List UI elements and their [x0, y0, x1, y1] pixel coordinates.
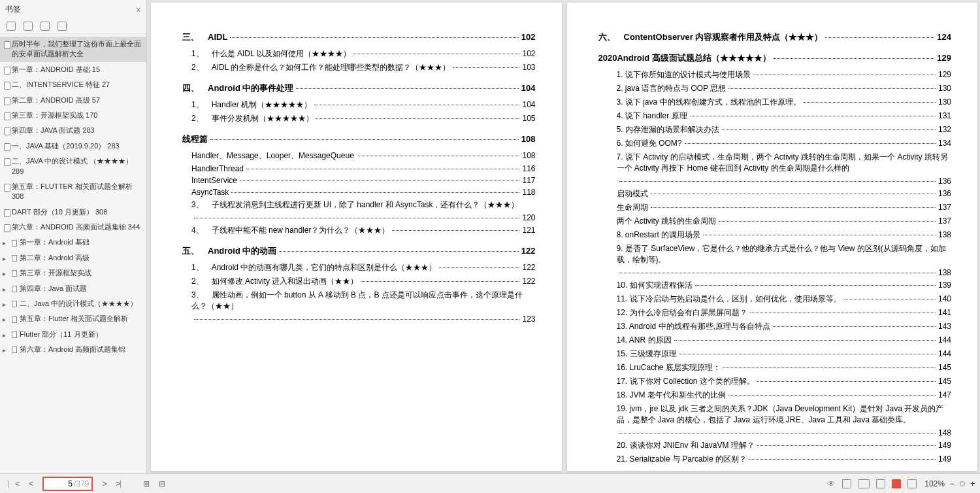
close-icon[interactable]: ×: [136, 5, 141, 15]
toc-entry[interactable]: 4. 说下 handler 原理131: [617, 110, 952, 122]
page-right: 六、 ContentObserver 内容观察者作用及特点（★★★）124202…: [567, 3, 978, 471]
toc-entry[interactable]: 14. ANR 的原因144: [617, 335, 952, 346]
toc-entry[interactable]: 四、 Android 中的事件处理104: [182, 82, 536, 94]
bookmark-list: 历时半年，我们整理了这份市面上最全面的安卓面试题解析大全第一章：ANDROID …: [0, 34, 146, 360]
record-icon[interactable]: [892, 479, 901, 488]
toc-entry[interactable]: 2、 AIDL 的全称是什么？如何工作？能处理哪些类型的数据？（★★★）103: [191, 62, 536, 73]
toc-entry[interactable]: 启动模式136: [617, 188, 952, 199]
document-view: 三、 AIDL1021、 什么是 AIDL 以及如何使用（★★★★）1022、 …: [148, 0, 980, 473]
eye-icon[interactable]: [826, 479, 836, 488]
expand-icon[interactable]: [7, 22, 16, 31]
toc-entry[interactable]: 4、 子线程中能不能 new handler？为什么？（★★★）121: [191, 225, 536, 236]
bookmark-item[interactable]: ▸第二章：Android 高级: [0, 250, 146, 265]
toc-entry[interactable]: 17. 说下你对 Collection 这个类的理解。145: [617, 376, 952, 387]
toc-entry[interactable]: 18. JVM 老年代和新生代的比例147: [617, 390, 952, 401]
zoom-in-button[interactable]: +: [970, 479, 975, 488]
bookmark-item[interactable]: ▸第一章：Android 基础: [0, 235, 146, 250]
toc-entry[interactable]: 2. java 语言的特点与 OOP 思想130: [617, 83, 952, 94]
chevron-right-icon[interactable]: ▸: [3, 254, 6, 264]
toc-entry[interactable]: 2、 如何修改 Activity 进入和退出动画（★★）122: [191, 276, 536, 287]
chevron-right-icon[interactable]: ▸: [3, 285, 6, 294]
bookmark-item[interactable]: 二、INTENTSERVICE 特征 27: [0, 77, 146, 92]
chevron-right-icon[interactable]: ▸: [3, 346, 6, 355]
fit-width-icon[interactable]: ⊟: [156, 479, 168, 488]
toc-entry[interactable]: 3、 属性动画，例如一个 button 从 A 移动到 B 点，B 点还是可以响…: [191, 290, 536, 312]
toc-entry[interactable]: 6. 如何避免 OOM?134: [617, 138, 952, 149]
bookmark-item[interactable]: 历时半年，我们整理了这份市面上最全面的安卓面试题解析大全: [0, 37, 146, 62]
two-page-icon[interactable]: [858, 479, 870, 488]
bookmark-item[interactable]: 二、JAVA 中的设计模式 （★★★★） 289: [0, 154, 146, 179]
toc-entry[interactable]: 3、 子线程发消息到主线程进行更新 UI，除了 handler 和 AsyncT…: [191, 199, 536, 211]
bookmark-item[interactable]: 第一章：ANDROID 基础 15: [0, 62, 146, 77]
bookmark-item[interactable]: 第三章：开源框架实战 170: [0, 108, 146, 123]
bookmark-item[interactable]: ▸第三章：开源框架实战: [0, 265, 146, 280]
bookmark-item[interactable]: 第五章：FLUTTER 相关面试题全解析 308: [0, 179, 146, 205]
chevron-right-icon[interactable]: ▸: [3, 269, 6, 279]
page-input[interactable]: [46, 479, 73, 488]
toc-entry[interactable]: 六、 ContentObserver 内容观察者作用及特点（★★★）124: [598, 31, 952, 43]
zoom-label: 102%: [924, 479, 945, 488]
toc-entry[interactable]: HandlerThread116: [191, 164, 536, 173]
toc-entry[interactable]: 15. 三级缓存原理144: [617, 348, 952, 360]
bookmark-item[interactable]: 一、JAVA 基础（2019.9.20） 283: [0, 139, 146, 154]
bookmark-item[interactable]: DART 部分（10 月更新） 308: [0, 205, 146, 220]
bookmark-item[interactable]: 第四章：JAVA 面试题 283: [0, 123, 146, 138]
toc-entry[interactable]: 1、 什么是 AIDL 以及如何使用（★★★★）102: [191, 48, 536, 60]
bookmark-item[interactable]: 第二章：ANDROID 高级 57: [0, 93, 146, 108]
bookmark-outline-icon[interactable]: [57, 22, 67, 31]
bookmark-add-icon[interactable]: [41, 22, 50, 31]
toc-entry[interactable]: 线程篇108: [182, 133, 536, 145]
toc-entry[interactable]: 三、 AIDL102: [182, 31, 536, 43]
toc-entry[interactable]: 10. 如何实现进程保活139: [617, 280, 952, 291]
toc-entry[interactable]: 7. 说下 Activity 的启动模式，生命周期，两个 Activity 跳转…: [617, 152, 952, 174]
fit-page-icon[interactable]: ⊞: [140, 479, 152, 488]
toc-entry[interactable]: 两个 Activity 跳转的生命周期137: [617, 216, 952, 227]
bookmark-item[interactable]: ▸Flutter 部分（11 月更新）: [0, 327, 146, 342]
scroll-icon[interactable]: [876, 479, 885, 488]
view-controls: [826, 479, 917, 488]
toc-entry[interactable]: 五、 Android 中的动画122: [182, 245, 536, 257]
toc-entry[interactable]: 12. 为什么冷启动会有白屏黑屏问题？141: [617, 307, 952, 318]
toc-entry[interactable]: 21. Serializable 与 Parcable 的区别？149: [617, 454, 952, 465]
toc-entry[interactable]: 1、 Android 中的动画有哪几类，它们的特点和区别是什么（★★★）122: [191, 262, 536, 273]
toc-entry[interactable]: 生命周期137: [617, 202, 952, 213]
first-page-button[interactable]: ⎸<: [5, 479, 22, 488]
collapse-icon[interactable]: [24, 22, 33, 31]
status-bar: ⎸< < /379 > >⎸ ⊞ ⊟ 102% − +: [0, 473, 980, 493]
toc-entry[interactable]: 16. LruCache 底层实现原理：145: [617, 362, 952, 373]
toc-entry[interactable]: 9. 是否了 SurfaceView，它是什么？他的继承方式是什么？他与 Vie…: [617, 243, 952, 265]
prev-page-button[interactable]: <: [26, 479, 36, 488]
bookmark-item[interactable]: ▸第五章：Flutter 相关面试题全解析: [0, 311, 146, 326]
page-total: /379: [74, 479, 89, 488]
toc-entry[interactable]: 5. 内存泄漏的场景和解决办法132: [617, 124, 952, 135]
chevron-right-icon[interactable]: ▸: [3, 331, 6, 340]
toc-entry[interactable]: 20. 谈谈你对 JNIEnv 和 JavaVM 理解？149: [617, 440, 952, 451]
toc-entry[interactable]: IntentService117: [191, 176, 536, 185]
toc-entry[interactable]: AsyncTask118: [191, 188, 536, 197]
single-page-icon[interactable]: [842, 479, 851, 488]
page-input-highlight: /379: [42, 477, 93, 491]
sidebar-header: 书签 ×: [0, 0, 146, 19]
toc-entry[interactable]: 11. 说下冷启动与热启动是什么，区别，如何优化，使用场景等。140: [617, 294, 952, 305]
chevron-right-icon[interactable]: ▸: [3, 315, 6, 324]
bookmark-item[interactable]: ▸二、Java 中的设计模式（★★★★）: [0, 296, 146, 311]
bookmark-item[interactable]: ▸第六章：Android 高频面试题集锦: [0, 342, 146, 357]
toc-entry[interactable]: 2020Android 高级面试题总结（★★★★★）129: [598, 52, 952, 64]
last-page-button[interactable]: >⎸: [113, 479, 130, 488]
toc-entry[interactable]: 8. onRestart 的调用场景138: [617, 230, 952, 241]
zoom-out-button[interactable]: −: [950, 479, 955, 488]
toc-entry[interactable]: 19. jvm，jre 以及 jdk 三者之间的关系？JDK（Java Deve…: [617, 403, 952, 426]
zoom-reset-button[interactable]: [960, 481, 965, 486]
toc-entry[interactable]: 2、 事件分发机制（★★★★★）105: [191, 113, 536, 124]
toc-entry[interactable]: 13. Android 中的线程有那些,原理与各自特点143: [617, 321, 952, 332]
toc-entry[interactable]: 1. 说下你所知道的设计模式与使用场景129: [617, 69, 952, 80]
chevron-right-icon[interactable]: ▸: [3, 239, 6, 248]
toc-entry[interactable]: Handler、Message、Looper、MessageQueue108: [191, 150, 536, 162]
bookmark-item[interactable]: 第六章：ANDROID 高频面试题集锦 344: [0, 220, 146, 235]
toc-entry[interactable]: 3. 说下 java 中的线程创建方式，线程池的工作原理。130: [617, 97, 952, 108]
next-page-button[interactable]: >: [99, 479, 109, 488]
bookmark-item[interactable]: ▸第四章：Java 面试题: [0, 281, 146, 296]
chevron-right-icon[interactable]: ▸: [3, 300, 6, 309]
toc-entry[interactable]: 1、 Handler 机制（★★★★★）104: [191, 99, 536, 110]
layout-icon[interactable]: [907, 479, 917, 488]
